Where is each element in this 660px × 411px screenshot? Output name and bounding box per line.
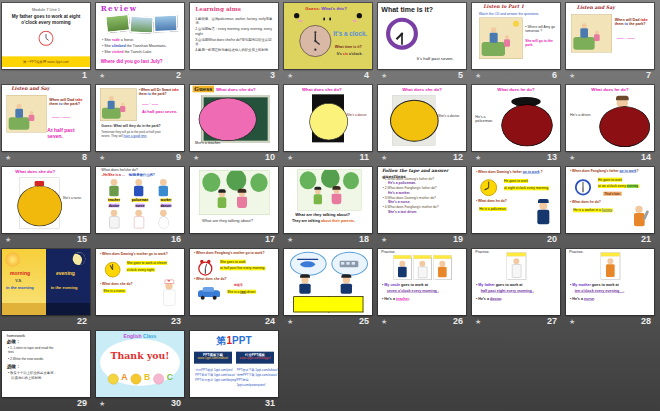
slide-cell: • When does Daming's father go to work ?… xyxy=(472,167,560,245)
boy-hair xyxy=(218,189,225,192)
slide-thumbnail-10[interactable]: Guess What does she do? She's a teacher. xyxy=(190,85,278,151)
slide-thumbnail-3[interactable]: Learning aims 1.能听懂、会说policeman, worker,… xyxy=(190,3,278,69)
animation-star-icon: ★ xyxy=(5,154,11,161)
sentence-2: half past eight every morning . xyxy=(481,289,534,293)
slide-thumbnail-20[interactable]: • When does Daming's father go to work ?… xyxy=(472,167,560,233)
slide-footer: ★31 xyxy=(190,397,278,409)
slide-thumbnail-31[interactable]: 第1PPT PPT模板下载www.1ppt.com/moban/ 行业PPT模板… xyxy=(190,331,278,397)
rabbit-cartoon xyxy=(153,374,164,385)
girl-dress xyxy=(332,194,342,205)
slide-thumbnail-19[interactable]: Follow the tape and answer questions • 1… xyxy=(378,167,466,233)
slide-cell: Guess What does she do? She's a teacher.… xyxy=(190,85,278,163)
slide-number: 30 xyxy=(171,399,181,408)
slide-number: 9 xyxy=(176,153,181,162)
slide-thumbnail-5[interactable]: What time is it? It's half past seven. xyxy=(378,3,466,69)
policeman-body xyxy=(134,186,143,197)
slide-thumbnail-2[interactable]: Review • She rode a horse. • She climbed… xyxy=(96,3,184,69)
slide-number: 18 xyxy=(359,235,369,244)
slide-thumbnail-28[interactable]: Practise. • My mother goes to work at te… xyxy=(566,249,654,315)
slide-thumbnail-1[interactable]: Module 7 Unit 1 My father goes to work a… xyxy=(2,3,90,69)
cover-ellipse xyxy=(390,100,439,142)
slide-thumbnail-30[interactable]: English Class Thank you! A B C xyxy=(96,331,184,397)
alarm-clock-icon xyxy=(197,259,214,276)
animation-star-icon: ★ xyxy=(381,154,387,161)
slide-thumbnail-17[interactable]: What are they talking about? xyxy=(190,167,278,233)
slide-footer: ★4 xyxy=(284,69,372,81)
label-teacher: teacher xyxy=(102,198,126,202)
slide-thumbnail-16[interactable]: ·What does he/she do? –He/She is a … 他/她… xyxy=(96,167,184,233)
slide-thumbnail-11[interactable]: What does she do? She's a dancer. xyxy=(284,85,372,151)
story-picture xyxy=(7,95,47,132)
slide-thumbnail-23[interactable]: • When does Daming's mother go to work? … xyxy=(96,249,184,315)
slide-thumbnail-18[interactable]: What are they talking about? They are ta… xyxy=(284,167,372,233)
amy-body xyxy=(29,115,35,121)
question: • When will Dr Smart take them to the pa… xyxy=(139,88,182,96)
required-1: • 1. Listen to tape and read the text. xyxy=(8,346,58,354)
slide-number: 31 xyxy=(265,399,275,408)
link-box-1[interactable]: PPT模板下载www.1ppt.com/moban/ xyxy=(194,352,232,364)
slide-title: Listen to Part 1 xyxy=(483,4,524,10)
slide-thumbnail-22[interactable]: morning V.S. in the morning evening in t… xyxy=(2,249,90,315)
slide-thumbnail-9[interactable]: • When will Dr Smart take them to the pa… xyxy=(96,85,184,151)
job-card-doctor xyxy=(413,255,431,280)
animation-star-icon: ★ xyxy=(381,318,387,325)
slide-thumbnail-14[interactable]: What does he do? He's a driver. xyxy=(566,85,654,151)
slide-footer: ★14 xyxy=(566,151,654,163)
question: What are they talking about? xyxy=(202,218,253,223)
optional-1: • 收集十个以上职业的英文单词， xyxy=(8,371,78,375)
answer: He's a driver. xyxy=(570,113,597,117)
slide-thumbnail-15[interactable]: What does she do? She's a nurse. xyxy=(2,167,90,233)
slide-thumbnail-29[interactable]: homework 必做： • 1. Listen to tape and rea… xyxy=(2,331,90,397)
animation-star-icon: ★ xyxy=(287,72,293,79)
slide-number: 19 xyxy=(453,235,463,244)
slide-thumbnail-4[interactable]: Guess: What's this? It's a clock. What t… xyxy=(284,3,372,69)
answer-2: He is a policeman. xyxy=(479,207,506,211)
worker-body xyxy=(159,186,168,197)
slide-thumbnail-21[interactable]: • When does Fangfang's father go to work… xyxy=(566,167,654,233)
slide-footer: ★26 xyxy=(378,315,466,327)
slide-thumbnail-12[interactable]: What does she do? She's a doctor. xyxy=(378,85,466,151)
slide-number: 7 xyxy=(646,71,651,80)
photo-horse xyxy=(105,14,130,33)
slide-thumbnail-8[interactable]: Listen and Say When will Dad take them t… xyxy=(2,85,90,151)
slide-cell: Review • She rode a horse. • She climbed… xyxy=(96,3,184,81)
answer-1a: He goes to work xyxy=(598,178,622,182)
boy-hair xyxy=(314,187,321,190)
slide-thumbnail-25[interactable] xyxy=(284,249,372,315)
link-box-2[interactable]: 行业PPT模板www.1ppt.com/hangye/ xyxy=(236,352,274,364)
slide-footer: ★6 xyxy=(472,69,560,81)
slide-cell: • When does Daming's mother go to work? … xyxy=(96,249,184,327)
sofa xyxy=(9,117,30,129)
link-list-right[interactable]: PPT图表下载 1ppt.com/tubiao/优秀PPT下载 1ppt.com… xyxy=(237,368,278,388)
answer: At half past seven. xyxy=(142,109,177,114)
slide-thumbnail-26[interactable]: Practise. • My uncle goes to work at sev… xyxy=(378,249,466,315)
letter-c: C xyxy=(167,372,173,383)
slide-thumbnail-24[interactable]: • When does Fangfang's mother go to work… xyxy=(190,249,278,315)
job-card-doctor xyxy=(507,252,526,279)
slide-thumbnail-13[interactable]: What does he do? He's a policeman. xyxy=(472,85,560,151)
label-policeman: policeman xyxy=(128,198,152,202)
slide-footer: ★13 xyxy=(472,151,560,163)
question: What does he do? xyxy=(566,87,654,92)
required-label: 必做： xyxy=(7,339,21,345)
boy-body xyxy=(299,284,310,294)
vs-label: V.S. xyxy=(15,278,22,282)
slide-thumbnail-7[interactable]: Listen and Say When will Dad take them t… xyxy=(566,3,654,69)
slide-footer: ★27 xyxy=(472,315,560,327)
job-card-nurse xyxy=(433,255,451,280)
slide-sorter-grid: Module 7 Unit 1 My father goes to work a… xyxy=(0,0,660,411)
slide-cell: • When does Fangfang's father go to work… xyxy=(566,167,654,245)
evening-phrase: in the evening xyxy=(51,286,78,291)
slide-cell: • When does Fangfang's mother go to work… xyxy=(190,249,278,327)
bullet-2: • She climbed the Tianshan Mountains. xyxy=(102,44,167,48)
time-answer: It's half past seven. xyxy=(417,56,454,61)
thought-bubble-train xyxy=(331,252,368,276)
slide-number: 25 xyxy=(359,317,369,326)
sofa xyxy=(102,108,121,119)
animation-star-icon: ★ xyxy=(475,154,481,161)
slide-thumbnail-27[interactable]: Practise. • My father goes to work at ha… xyxy=(472,249,560,315)
slide-thumbnail-6[interactable]: Listen to Part 1 Watch the CD and answer… xyxy=(472,3,560,69)
link-list-left[interactable]: 节日PPT模板 1ppt.com/jieri/PPT素材下载 1ppt.com/… xyxy=(195,368,236,383)
policeman-figure xyxy=(135,179,142,186)
city-silhouette xyxy=(2,303,46,315)
